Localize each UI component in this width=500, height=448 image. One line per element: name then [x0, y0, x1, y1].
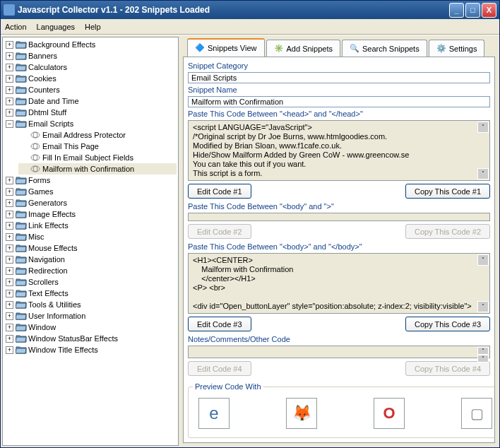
- tree-category[interactable]: +User Information: [4, 310, 177, 322]
- expand-icon[interactable]: +: [6, 335, 13, 343]
- preview-firefox-button[interactable]: 🦊: [286, 398, 317, 429]
- tab-snippets-view[interactable]: 🔷Snippets View: [187, 38, 265, 57]
- tree-category[interactable]: +Calculators: [4, 61, 177, 73]
- category-label: Games: [28, 187, 53, 196]
- menu-languages[interactable]: Languages: [37, 23, 75, 31]
- expand-icon[interactable]: +: [6, 188, 13, 196]
- tree-category[interactable]: +Generators: [4, 197, 177, 208]
- tree-leaf[interactable]: Fill In Email Subject Fields: [18, 152, 177, 163]
- tree-category[interactable]: +Background Effects: [4, 39, 177, 50]
- label-head-code: Paste This Code Between "<head>" and "</…: [188, 110, 490, 118]
- expand-icon[interactable]: +: [6, 256, 13, 264]
- svg-point-3: [33, 143, 37, 149]
- scrollbar[interactable]: ˄˅: [477, 347, 489, 357]
- expand-icon[interactable]: +: [6, 222, 13, 230]
- body-open-code-box[interactable]: [188, 213, 490, 221]
- expand-icon[interactable]: +: [6, 290, 13, 297]
- copy-code-1-button[interactable]: Copy This Code #1: [405, 184, 490, 199]
- tree-leaf[interactable]: Email This Page: [18, 141, 177, 152]
- tree-category[interactable]: −Email Scripts: [4, 118, 177, 129]
- category-label: Redirection: [28, 266, 68, 275]
- tree-category[interactable]: +Scrollers: [4, 276, 177, 288]
- expand-icon[interactable]: +: [6, 64, 13, 71]
- category-tree[interactable]: +Background Effects+Banners+Calculators+…: [2, 37, 179, 446]
- tree-category[interactable]: +Link Effects: [4, 220, 177, 231]
- edit-code-1-button[interactable]: Edit Code #1: [188, 184, 251, 199]
- menu-action[interactable]: Action: [5, 23, 27, 31]
- body-code-box[interactable]: <H1><CENTER> Mailform with Confirmation …: [188, 253, 490, 314]
- tree-category[interactable]: +Counters: [4, 84, 177, 95]
- tree-category[interactable]: +Misc: [4, 231, 177, 242]
- preview-ie-button[interactable]: e: [198, 398, 230, 429]
- expand-icon[interactable]: +: [6, 52, 13, 60]
- tree-category[interactable]: +Tools & Utilities: [4, 299, 177, 310]
- tree-category[interactable]: +Games: [4, 186, 177, 197]
- tree-leaf[interactable]: Email Address Protector: [18, 129, 177, 141]
- maximize-button[interactable]: □: [465, 3, 480, 18]
- tree-category[interactable]: +Cookies: [4, 73, 177, 84]
- scrollbar[interactable]: ˄˅: [477, 122, 489, 179]
- expand-icon[interactable]: +: [6, 267, 13, 275]
- edit-code-3-button[interactable]: Edit Code #3: [188, 317, 251, 331]
- expand-icon[interactable]: +: [6, 109, 13, 117]
- tree-category[interactable]: +Mouse Effects: [4, 242, 177, 254]
- expand-icon[interactable]: +: [6, 199, 13, 207]
- label-body-open-code: Paste This Code Between "<body" and ">": [188, 202, 490, 211]
- generic-browser-icon: ▢: [470, 405, 484, 422]
- expand-icon[interactable]: +: [6, 244, 13, 252]
- expand-icon[interactable]: +: [6, 278, 13, 286]
- expand-icon[interactable]: +: [6, 324, 13, 331]
- close-button[interactable]: X: [482, 3, 496, 18]
- scroll-up-icon[interactable]: ˄: [477, 122, 489, 133]
- tree-category[interactable]: +Date and Time: [4, 95, 177, 107]
- settings-icon: ⚙️: [436, 44, 446, 54]
- head-code-box[interactable]: <script LANGUAGE="JavaScript"> /*Origina…: [188, 120, 490, 181]
- tree-leaf[interactable]: Mailform with Confirmation: [18, 163, 177, 175]
- expand-icon[interactable]: +: [6, 75, 13, 83]
- notes-box[interactable]: ˄˅: [188, 346, 490, 358]
- tree-category[interactable]: +Window Title Effects: [4, 344, 177, 355]
- expand-icon[interactable]: +: [6, 301, 13, 309]
- expand-icon[interactable]: +: [6, 98, 13, 105]
- tree-category[interactable]: +Forms: [4, 175, 177, 186]
- expand-icon[interactable]: +: [6, 312, 13, 320]
- folder-icon: [16, 119, 27, 129]
- category-label: Email Scripts: [28, 119, 73, 128]
- copy-code-3-button[interactable]: Copy This Code #3: [405, 317, 490, 331]
- tab-settings[interactable]: ⚙️Settings: [429, 40, 485, 57]
- tab-add-snippets[interactable]: ✳️Add Snippets: [266, 40, 340, 57]
- expand-icon[interactable]: +: [6, 86, 13, 94]
- minimize-button[interactable]: _: [449, 3, 464, 18]
- input-category[interactable]: [188, 72, 490, 83]
- preview-other-button[interactable]: ▢: [461, 398, 492, 429]
- input-name[interactable]: [188, 96, 490, 107]
- scroll-down-icon[interactable]: ˅: [477, 301, 489, 312]
- tree-category[interactable]: +Banners: [4, 50, 177, 61]
- expand-icon[interactable]: +: [6, 177, 13, 184]
- scroll-down-icon[interactable]: ˅: [477, 355, 489, 362]
- collapse-icon[interactable]: −: [6, 120, 13, 128]
- tree-category[interactable]: +Image Effects: [4, 208, 177, 220]
- tree-category[interactable]: +Navigation: [4, 254, 177, 265]
- scrollbar[interactable]: ˄˅: [477, 254, 489, 312]
- expand-icon[interactable]: +: [6, 41, 13, 49]
- scroll-up-icon[interactable]: ˄: [477, 347, 489, 355]
- expand-icon[interactable]: +: [6, 233, 13, 241]
- leaf-label: Email This Page: [42, 142, 99, 151]
- svg-point-6: [31, 166, 40, 172]
- tree-category[interactable]: +Redirection: [4, 265, 177, 276]
- tab-search-snippets[interactable]: 🔍Search Snippets: [342, 40, 427, 57]
- tree-category[interactable]: +Dhtml Stuff: [4, 107, 177, 118]
- scroll-down-icon[interactable]: ˅: [477, 168, 489, 179]
- window-title: Javascript Collector v1.1 - 202 Snippets…: [18, 5, 449, 15]
- expand-icon[interactable]: +: [6, 346, 13, 354]
- scroll-up-icon[interactable]: ˄: [477, 254, 489, 266]
- folder-icon: [16, 254, 27, 264]
- category-label: Background Effects: [28, 40, 95, 49]
- menu-help[interactable]: Help: [85, 23, 101, 31]
- preview-opera-button[interactable]: O: [374, 398, 405, 429]
- expand-icon[interactable]: +: [6, 211, 13, 218]
- tree-category[interactable]: +Window: [4, 322, 177, 333]
- tree-category[interactable]: +Text Effects: [4, 288, 177, 299]
- tree-category[interactable]: +Window StatusBar Effects: [4, 333, 177, 344]
